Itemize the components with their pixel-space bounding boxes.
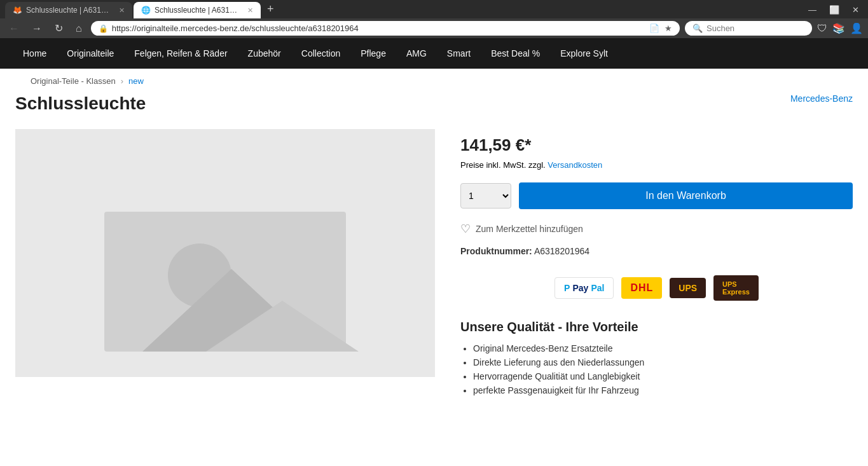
address-bar[interactable]: 🔒 https://originalteile.mercedes-benz.de… [91, 21, 680, 36]
tab-1-close[interactable]: ✕ [119, 6, 125, 15]
price-note-text: Preise inkl. MwSt. zzgl. [460, 160, 546, 170]
back-button[interactable]: ← [5, 22, 23, 36]
refresh-button[interactable]: ↻ [51, 21, 67, 36]
window-controls: — ⬜ ✕ [804, 5, 863, 18]
breadcrumb-sep: › [121, 76, 123, 86]
breadcrumb: Original-Teile - Klassen › new [15, 69, 853, 93]
tab-bar: 🦊 Schlussleuchte | A6318202064 ✕ 🌐 Schlu… [0, 0, 868, 18]
product-price: 141,59 €* [460, 135, 853, 155]
nav-zubehor[interactable]: Zubehör [238, 38, 291, 69]
ups-text: UPS [679, 283, 697, 293]
quantity-select[interactable]: 1 2 3 [460, 183, 511, 209]
product-info: 141,59 €* Preise inkl. MwSt. zzgl. Versa… [460, 129, 853, 399]
nav-felgen[interactable]: Felgen, Reifen & Räder [124, 38, 237, 69]
breadcrumb-parent[interactable]: Original-Teile - Klassen [31, 76, 116, 86]
search-input[interactable] [706, 24, 796, 33]
dhl-logo: DHL [621, 277, 662, 299]
nav-bar: ← → ↻ ⌂ 🔒 https://originalteile.mercedes… [0, 18, 868, 38]
product-image-svg [15, 129, 435, 377]
nav-smart[interactable]: Smart [437, 38, 481, 69]
shipping-link[interactable]: Versandkosten [548, 160, 602, 170]
quality-item-2: Direkte Lieferung aus den Niederlassunge… [473, 357, 853, 367]
nav-collection[interactable]: Collection [291, 38, 350, 69]
price-note: Preise inkl. MwSt. zzgl. Versandkosten [460, 160, 853, 170]
new-tab-button[interactable]: + [262, 0, 279, 18]
site-nav: Home Originalteile Felgen, Reifen & Räde… [0, 38, 868, 69]
address-text: https://originalteile.mercedes-benz.de/s… [112, 24, 645, 33]
paypal-logo: PPayPal [555, 277, 614, 299]
quality-title: Unsere Qualität - Ihre Vorteile [460, 320, 853, 334]
wishlist-link[interactable]: Zum Merkzettel hinzufügen [476, 224, 583, 234]
page-content: Original-Teile - Klassen › new Schlussle… [0, 69, 868, 415]
add-to-cart-button[interactable]: In den Warenkorb [519, 182, 853, 209]
quality-item-1: Original Mercedes-Benz Ersatzteile [473, 343, 853, 353]
ups-express-logo: UPSExpress [713, 275, 759, 301]
nav-amg[interactable]: AMG [396, 38, 437, 69]
product-title: Schlussleuchte [15, 93, 146, 114]
nav-originalteile[interactable]: Originalteile [57, 38, 124, 69]
nav-right-icons: 🛡 📚 👤 [817, 22, 863, 34]
forward-button[interactable]: → [28, 22, 46, 36]
tab-1[interactable]: 🦊 Schlussleuchte | A6318202064 ✕ [5, 2, 132, 18]
tab-2-title: Schlussleuchte | A6318201964 [155, 6, 241, 15]
paypal-pal: Pal [591, 283, 604, 293]
window-minimize[interactable]: — [804, 5, 820, 15]
search-bar[interactable]: 🔍 [685, 21, 812, 36]
quality-section: Unsere Qualität - Ihre Vorteile Original… [460, 320, 853, 395]
tab-1-title: Schlussleuchte | A6318202064 [26, 6, 113, 15]
window-close[interactable]: ✕ [848, 5, 863, 15]
wishlist-icon: ♡ [460, 222, 471, 236]
product-number-value: A6318201964 [534, 246, 589, 256]
dhl-text: DHL [630, 282, 653, 294]
breadcrumb-current: new [128, 76, 144, 86]
tab-1-favicon: 🦊 [13, 6, 22, 15]
search-icon: 🔍 [692, 24, 703, 33]
profile-button[interactable]: 👤 [850, 22, 863, 34]
paypal-p2: Pay [572, 283, 588, 293]
product-image [15, 129, 435, 377]
quality-item-3: Hervorragende Qualitiät und Langlebigkei… [473, 371, 853, 381]
add-to-cart-row: 1 2 3 In den Warenkorb [460, 182, 853, 209]
home-button[interactable]: ⌂ [72, 22, 86, 36]
extensions-button[interactable]: 🛡 [817, 23, 827, 34]
star-icon[interactable]: ★ [665, 24, 672, 33]
bookmarks-button[interactable]: 📚 [832, 22, 845, 34]
nav-bestdeal[interactable]: Best Deal % [481, 38, 550, 69]
address-icons: 📄 ★ [649, 24, 672, 33]
bookmark-icon[interactable]: 📄 [649, 24, 659, 33]
quality-item-4: perfekte Passgenauigkeit für Ihr Fahrzeu… [473, 385, 853, 395]
product-header: Schlussleuchte Mercedes-Benz [15, 93, 853, 114]
ups-logo: UPS [670, 278, 706, 298]
ups-express-text: UPSExpress [722, 280, 750, 296]
quality-list: Original Mercedes-Benz Ersatzteile Direk… [460, 343, 853, 395]
nav-exploresylt[interactable]: Explore Sylt [550, 38, 618, 69]
brand-link[interactable]: Mercedes-Benz [790, 93, 853, 104]
payment-logos: PPayPal DHL UPS UPSExpress [460, 275, 853, 301]
product-number: Produktnummer: A6318201964 [460, 246, 853, 256]
product-layout: 141,59 €* Preise inkl. MwSt. zzgl. Versa… [15, 129, 853, 399]
tab-2-close[interactable]: ✕ [247, 6, 253, 15]
paypal-p1: P [564, 283, 570, 293]
nav-home[interactable]: Home [13, 38, 57, 69]
nav-pflege[interactable]: Pflege [350, 38, 396, 69]
wishlist-row: ♡ Zum Merkzettel hinzufügen [460, 222, 853, 236]
window-maximize[interactable]: ⬜ [825, 5, 843, 15]
lock-icon: 🔒 [99, 24, 108, 33]
tab-2[interactable]: 🌐 Schlussleuchte | A6318201964 ✕ [134, 2, 261, 18]
tab-2-favicon: 🌐 [141, 6, 151, 15]
product-number-label: Produktnummer: [460, 246, 532, 256]
